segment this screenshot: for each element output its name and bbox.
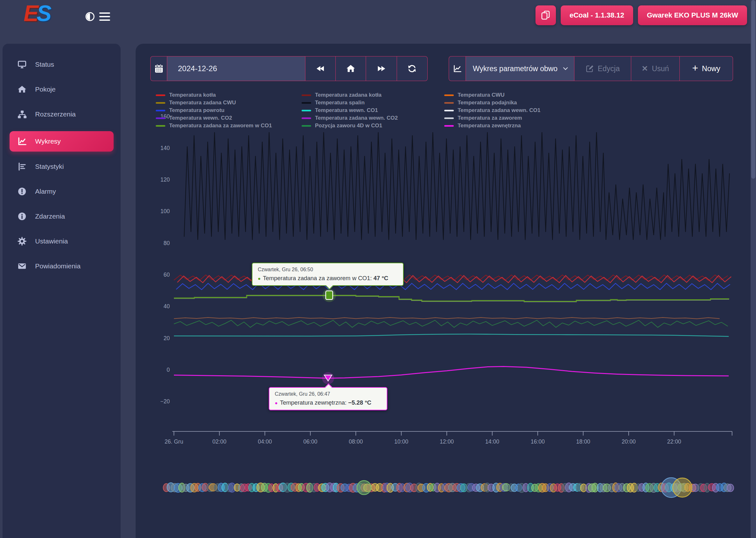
vertical-scrollbar[interactable] [751, 0, 756, 538]
legend-item[interactable]: Temperatura kotła [156, 91, 272, 99]
tooltip-time: Czwartek, Gru 26, 06:47 [275, 391, 381, 397]
legend-swatch-icon [301, 94, 311, 96]
legend-item[interactable]: Temperatura wewn. CO2 [156, 114, 272, 122]
scrollbar-thumb[interactable] [751, 0, 755, 179]
legend-label: Temperatura zewnętrzna [458, 123, 521, 129]
legend-item[interactable]: Temperatura zewnętrzna [444, 122, 540, 130]
legend-swatch-icon [444, 110, 454, 111]
tooltip-time: Czwartek, Gru 26, 06:50 [258, 267, 398, 273]
legend-item[interactable]: Temperatura spalin [301, 99, 398, 107]
svg-text:12:00: 12:00 [440, 438, 454, 445]
svg-text:08:00: 08:00 [349, 438, 363, 445]
event-timeline[interactable] [163, 478, 734, 498]
svg-text:100: 100 [161, 208, 170, 214]
svg-text:10:00: 10:00 [395, 438, 408, 445]
legend-item[interactable]: Temperatura CWU [444, 91, 540, 99]
legend-label: Temperatura zadana wewn. CO2 [315, 115, 398, 121]
legend-label: Pozycja zaworu 4D w CO1 [315, 123, 382, 129]
svg-text:18:00: 18:00 [576, 438, 590, 445]
legend-item[interactable]: Temperatura za zaworem [444, 114, 540, 122]
series-line [174, 334, 729, 336]
event-dot-large[interactable] [673, 478, 692, 497]
series-line [174, 367, 729, 378]
svg-text:16:00: 16:00 [531, 438, 545, 445]
tooltip-value: 47 °C [373, 275, 388, 282]
legend-item[interactable]: Temperatura zadana kotła [301, 91, 398, 99]
legend-label: Temperatura zadana CWU [169, 100, 236, 106]
svg-text:06:00: 06:00 [303, 438, 317, 445]
legend-item[interactable]: Temperatura podajnika [444, 99, 540, 107]
legend-swatch-icon [156, 102, 165, 104]
legend-swatch-icon [301, 117, 311, 119]
app-root: ES eCoal - 1.1.38.12 Gwarek EKO [0, 0, 756, 538]
tooltip-series-label: Temperatura zewnętrzna: [280, 399, 347, 406]
svg-text:80: 80 [164, 240, 170, 246]
legend-swatch-icon [156, 125, 165, 127]
svg-text:0: 0 [167, 367, 170, 373]
chart-legend-column-2: Temperatura zadana kotłaTemperatura spal… [301, 91, 398, 130]
legend-item[interactable]: Pozycja zaworu 4D w CO1 [301, 122, 398, 130]
legend-label: Temperatura powrotu [169, 107, 224, 114]
legend-item[interactable]: Temperatura zadana wewn. CO2 [301, 114, 398, 122]
svg-text:26. Gru: 26. Gru [165, 438, 183, 445]
legend-label: Temperatura wewn. CO2 [169, 115, 232, 121]
legend-swatch-icon [301, 125, 311, 127]
legend-item[interactable]: Temperatura zadana wewn. CO1 [444, 107, 540, 114]
legend-label: Temperatura kotła [169, 92, 216, 98]
legend-swatch-icon [156, 117, 165, 119]
legend-swatch-icon [301, 102, 311, 104]
legend-swatch-icon [444, 102, 454, 104]
svg-text:120: 120 [161, 177, 170, 183]
x-axis: 26. Gru02:0004:0006:0008:0010:0012:0014:… [165, 431, 732, 445]
legend-swatch-icon [156, 94, 165, 96]
legend-item[interactable]: Temperatura powrotu [156, 107, 272, 114]
y-axis: 160140120100806040200−20 [160, 113, 170, 405]
legend-label: Temperatura zadana za zaworem w CO1 [169, 123, 272, 129]
legend-label: Temperatura zadana kotła [315, 92, 381, 98]
hover-marker-square [326, 291, 333, 299]
legend-label: Temperatura zadana wewn. CO1 [458, 107, 540, 114]
series-bullet-icon: ● [258, 276, 261, 281]
legend-label: Temperatura CWU [458, 92, 505, 98]
svg-text:−20: −20 [160, 398, 170, 404]
svg-text:04:00: 04:00 [258, 438, 272, 445]
series-line [174, 320, 728, 327]
legend-item[interactable]: Temperatura wewn. CO1 [301, 107, 398, 114]
chart-tooltip: Czwartek, Gru 26, 06:50 ●Temperatura zad… [252, 263, 404, 286]
event-dot-large[interactable] [357, 481, 371, 495]
svg-text:140: 140 [161, 145, 170, 151]
legend-swatch-icon [301, 110, 311, 111]
chart-legend-column-3: Temperatura CWUTemperatura podajnikaTemp… [444, 91, 540, 130]
legend-item[interactable]: Temperatura zadana za zaworem w CO1 [156, 122, 272, 130]
series-line [174, 317, 720, 319]
legend-label: Temperatura za zaworem [458, 115, 522, 121]
svg-text:20:00: 20:00 [621, 438, 636, 445]
svg-text:02:00: 02:00 [213, 438, 227, 445]
legend-label: Temperatura podajnika [458, 100, 517, 106]
svg-text:60: 60 [164, 272, 170, 278]
tooltip-value: −5.28 °C [348, 399, 371, 406]
series-bullet-icon: ● [275, 400, 278, 405]
event-dot[interactable] [727, 484, 734, 492]
chart-legend-column-1: Temperatura kotłaTemperatura zadana CWUT… [156, 91, 272, 130]
svg-text:22:00: 22:00 [667, 438, 681, 445]
legend-swatch-icon [156, 110, 165, 111]
legend-swatch-icon [444, 125, 454, 127]
legend-label: Temperatura spalin [315, 100, 365, 106]
chart-tooltip: Czwartek, Gru 26, 06:47 ●Temperatura zew… [269, 387, 387, 410]
legend-label: Temperatura wewn. CO1 [315, 107, 378, 114]
svg-text:14:00: 14:00 [485, 438, 500, 445]
series-line [184, 132, 729, 240]
legend-swatch-icon [444, 117, 454, 119]
legend-swatch-icon [444, 94, 454, 96]
legend-item[interactable]: Temperatura zadana CWU [156, 99, 272, 107]
tooltip-series-label: Temperatura zadana za zaworem w CO1: [263, 275, 372, 282]
svg-text:40: 40 [164, 303, 170, 309]
svg-text:20: 20 [164, 335, 170, 342]
